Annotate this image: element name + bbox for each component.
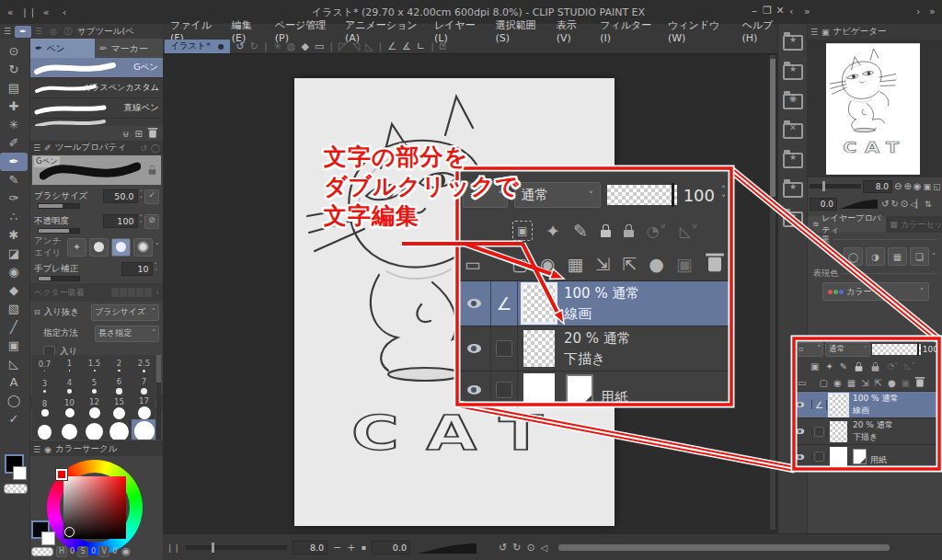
- size-cell[interactable]: 1.5: [82, 359, 107, 371]
- checkbox[interactable]: [814, 427, 824, 437]
- palette-tab-icon-3[interactable]: ⓘ: [61, 26, 75, 38]
- delete-layer-icon[interactable]: [916, 379, 924, 386]
- correct-line-tool[interactable]: ✓: [0, 410, 28, 429]
- method-dropdown[interactable]: 長さ指定 ˅: [95, 326, 159, 342]
- clip-at-layer-below-icon[interactable]: ▣: [810, 361, 819, 371]
- nav-zoom-value[interactable]: 8.0: [863, 180, 892, 193]
- balloon-tool[interactable]: ◯: [0, 392, 28, 410]
- set-ruler-icon[interactable]: ◔˅: [887, 361, 898, 371]
- size-cell[interactable]: [82, 419, 107, 440]
- size-cell[interactable]: 5: [82, 378, 107, 394]
- visibility-eye-icon[interactable]: [467, 385, 481, 394]
- visibility-eye-icon[interactable]: [467, 344, 481, 353]
- detail-property-icon[interactable]: ◯: [151, 143, 160, 153]
- layer-name[interactable]: 下描き: [853, 431, 893, 443]
- pencil-tool[interactable]: ✎: [0, 171, 28, 189]
- merge-down-icon[interactable]: ⇱: [622, 254, 637, 274]
- clear-icon[interactable]: ✳: [273, 40, 281, 52]
- select-frame-icon[interactable]: ▭: [315, 40, 324, 52]
- material-folder-star-3[interactable]: ★: [783, 153, 803, 168]
- opacity-slider[interactable]: [607, 185, 676, 205]
- statusbar-handle-icon[interactable]: ❘❘: [167, 543, 180, 553]
- collapse-icon[interactable]: ⊟: [34, 308, 40, 316]
- checkbox[interactable]: [496, 340, 512, 357]
- layer-color-button[interactable]: ❏: [910, 247, 929, 266]
- size-cell[interactable]: 10: [57, 398, 82, 417]
- panel-menu-icon[interactable]: ☰: [33, 445, 40, 454]
- material-folder-star-4[interactable]: ★: [783, 182, 803, 198]
- brush-item-partial[interactable]: [30, 118, 163, 126]
- aa-middle-button[interactable]: [111, 238, 131, 257]
- fill-tool[interactable]: ◆: [0, 281, 28, 300]
- fill-icon[interactable]: ◆: [301, 40, 308, 52]
- sub-color-swatch[interactable]: [13, 466, 27, 480]
- aa-none-button[interactable]: ✦: [67, 238, 86, 257]
- panel-menu-icon[interactable]: ☰: [33, 143, 40, 153]
- size-cell[interactable]: 17: [132, 396, 156, 419]
- zoom-slider[interactable]: [186, 545, 287, 550]
- layer-list-icon[interactable]: ▭: [465, 254, 481, 274]
- rotation-value[interactable]: 0.0: [372, 541, 410, 554]
- stepper-icon[interactable]: ˄˅: [721, 186, 726, 204]
- dock-handle-icon[interactable]: ❘❘: [20, 7, 37, 17]
- checkbox[interactable]: [814, 451, 824, 462]
- reset-rotation-icon[interactable]: ⊙: [526, 542, 534, 554]
- layer-thumbnail[interactable]: [523, 330, 555, 367]
- opacity-link-button[interactable]: ⊘: [144, 214, 159, 229]
- layer-name[interactable]: 用紙: [601, 389, 628, 406]
- checkbox[interactable]: [496, 382, 512, 398]
- size-cell[interactable]: 2.5: [132, 359, 156, 372]
- size-cell[interactable]: 0.7: [32, 360, 57, 371]
- layer-name[interactable]: 用紙: [870, 454, 887, 466]
- size-cell[interactable]: 6: [107, 377, 132, 394]
- nav-rotate-reset-icon[interactable]: ⊙: [901, 199, 908, 209]
- overlay-layer-row-shitagaki[interactable]: 20 % 通常 下描き: [457, 326, 731, 371]
- frame-tool[interactable]: ▣: [0, 337, 28, 355]
- layer-mask-icon[interactable]: ●: [649, 254, 664, 274]
- rotation-slider[interactable]: [416, 541, 480, 555]
- brush-item-glasspen[interactable]: ガラスペンカスタム: [30, 77, 163, 97]
- blend-tool[interactable]: ◉: [0, 263, 28, 281]
- new-folder-icon[interactable]: ▦: [568, 254, 584, 274]
- size-cell[interactable]: [32, 419, 57, 440]
- stepper-icon[interactable]: ˄˅: [140, 190, 144, 203]
- auto-select-tool[interactable]: ✳: [0, 116, 28, 134]
- lock-layer-icon[interactable]: [601, 230, 611, 237]
- material-folder-star-2[interactable]: ★: [783, 64, 803, 80]
- ruler-range-icon[interactable]: ◺˅: [905, 361, 915, 371]
- stabilize-value[interactable]: 10: [121, 262, 153, 276]
- layer-row-senga[interactable]: ∠ 100 % 通常 線画: [794, 391, 940, 417]
- overlay-layer-row-paper[interactable]: 用紙: [457, 371, 731, 408]
- ruler-range-icon[interactable]: ◺˅: [680, 223, 698, 240]
- lock-transparent-icon[interactable]: [872, 366, 879, 371]
- transparent-color-swatch[interactable]: [4, 484, 28, 494]
- tab-colorset[interactable]: ▦ カラーセット: [886, 216, 942, 233]
- eraser-tool[interactable]: ◪: [0, 245, 28, 263]
- material-folder-camera[interactable]: ◉: [783, 94, 803, 109]
- halftone-button[interactable]: ▦: [888, 247, 907, 266]
- tab-marker[interactable]: ✏ マーカー: [95, 39, 163, 58]
- expression-dropdown[interactable]: カラー ˅: [822, 282, 929, 301]
- draft-layer-icon[interactable]: ✎: [840, 361, 847, 371]
- zoom-in-button[interactable]: +: [347, 542, 355, 554]
- layer-list-icon[interactable]: ▭: [798, 378, 806, 388]
- zoom-value[interactable]: 8.0: [293, 541, 327, 554]
- undo-icon[interactable]: ↺: [236, 40, 244, 52]
- material-folder-star-5[interactable]: ★: [783, 211, 803, 227]
- layer-thumbnail[interactable]: [830, 421, 847, 442]
- size-cell[interactable]: 12: [82, 397, 107, 418]
- layer-name[interactable]: 下描き: [564, 350, 631, 368]
- copy-brush-icon[interactable]: ⊞: [135, 129, 143, 139]
- opacity-value[interactable]: 100: [923, 345, 938, 354]
- reference-layer-icon[interactable]: ✦: [825, 361, 833, 371]
- overlay-layer-row-senga[interactable]: ∠ 100 % 通常 線画: [457, 280, 731, 326]
- layer-row-shitagaki[interactable]: 20 % 通常 下描き: [794, 417, 940, 444]
- ruler-tool[interactable]: ◺: [0, 355, 28, 373]
- brush-item-gpen[interactable]: Gペン: [30, 58, 163, 77]
- visibility-eye-icon[interactable]: [467, 299, 481, 308]
- canvas-vertical-scrollbar[interactable]: [770, 55, 775, 530]
- size-cell[interactable]: 3: [32, 379, 57, 394]
- fill-ref-icon[interactable]: ◍: [287, 40, 296, 52]
- draft-layer-icon[interactable]: ✎: [573, 221, 588, 241]
- apply-mask-icon[interactable]: ▣: [676, 254, 693, 274]
